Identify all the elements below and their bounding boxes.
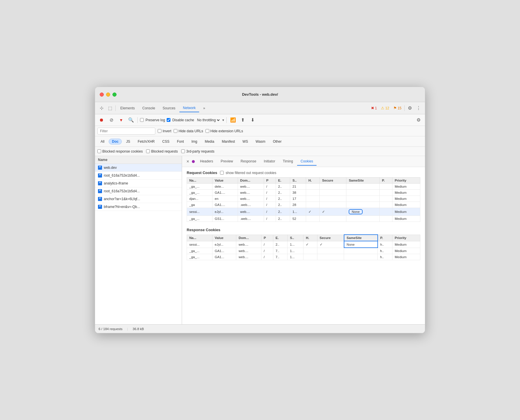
filter-fetch-xhr[interactable]: Fetch/XHR [134,139,158,144]
traffic-lights [100,93,117,97]
sidebar-item-anchor[interactable]: anchor?ar=1&k=6Lfqf... [95,195,182,203]
error-badge: ✖ 1 [369,105,379,111]
detail-panel: × Headers Preview Response Initiator Tim… [182,156,425,324]
table-row[interactable]: sessi... eJyl... web.... / 2.. 1... ✓ ✓ … [187,208,420,216]
filter-wasm[interactable]: Wasm [252,139,269,144]
sidebar-item-webdev[interactable]: web.dev [95,164,182,172]
tab-initiator[interactable]: Initiator [260,158,279,166]
rcol-samesite: SameSite [344,235,378,241]
tab-preview[interactable]: Preview [217,158,237,166]
svg-rect-3 [99,174,101,174]
blocked-requests-input[interactable] [146,149,150,153]
table-row[interactable]: _ga GA1.... .web.... / 2.. 28 Medium [187,202,420,208]
invert-input[interactable] [158,129,161,133]
device-toolbar-icon[interactable]: ⬚ [106,104,114,112]
throttle-select[interactable]: No throttling [196,118,221,122]
sidebar-item-analytics[interactable]: analytics-iframe [95,180,182,187]
third-party-requests-input[interactable] [181,149,185,153]
disable-cache-checkbox[interactable]: Disable cache [167,118,194,122]
table-row[interactable]: _ga_... GS1... .web.... / 2.. 52 Medium [187,216,420,222]
svg-rect-6 [99,182,101,182]
record-button[interactable]: ⏺ [97,116,106,124]
filter-ws[interactable]: WS [239,139,251,144]
hide-data-urls-checkbox[interactable]: Hide data URLs [174,129,203,133]
tab-network[interactable]: Network [179,104,199,112]
sidebar-item-label: root_616a752e1b5d4... [104,189,140,193]
element-picker-icon[interactable]: ⊹ [97,104,106,112]
col-name: Na... [187,178,212,184]
svg-rect-12 [99,198,101,198]
search-icon[interactable]: 🔍 [127,116,135,124]
settings-icon[interactable]: ⚙ [406,104,414,112]
rcol-part: P. [378,235,392,241]
blocked-requests-checkbox[interactable]: Blocked requests [146,149,178,153]
sidebar-item-bframe[interactable]: bframe?hl=en&v=-Qb... [95,203,182,211]
network-settings-icon[interactable]: ⚙ [414,116,423,124]
tab-more[interactable]: » [200,104,209,112]
tab-timing[interactable]: Timing [279,158,297,166]
window-title: DevTools - web.dev/ [242,92,278,97]
tab-response[interactable]: Response [237,158,260,166]
close-button[interactable] [100,93,104,97]
hide-data-urls-input[interactable] [174,129,177,133]
preserve-log-checkbox[interactable]: Preserve log [140,118,165,122]
third-party-requests-checkbox[interactable]: 3rd-party requests [181,149,214,153]
filter-other[interactable]: Other [270,139,285,144]
main-content: Name web.dev root_616a752e1b5d4... analy… [95,156,425,324]
download-icon[interactable]: ⬇ [249,116,257,124]
blocked-response-cookies-input[interactable] [97,149,101,153]
table-row[interactable]: sessi... eJyl... web.... / 2.. 1... ✓ ✓ … [187,241,420,248]
table-row[interactable]: _ga_... GA1... web.... / 7.. 1... h.. Me… [187,248,420,254]
throttle-arrow[interactable]: ▾ [222,118,224,122]
filter-icon[interactable]: ▼ [117,116,125,124]
rcol-priority: Priority [392,235,420,241]
filter-all[interactable]: All [97,139,108,144]
filter-font[interactable]: Font [174,139,187,144]
show-filtered-input[interactable] [220,171,224,175]
table-row[interactable]: _ga_... dele... web.... / 2.. 21 Medium [187,184,420,190]
rcol-secure: Secure [317,235,344,241]
col-samesite: SameSite [346,178,379,184]
table-row[interactable]: djan... en web.... / 2.. 17 Medium [187,196,420,202]
filter-js[interactable]: JS [123,139,133,144]
clear-button[interactable]: ⊘ [107,116,115,124]
tab-cookies[interactable]: Cookies [297,158,317,166]
rcol-domain: Dom... [236,235,261,241]
rcol-httponly: H. [303,235,317,241]
filter-img[interactable]: Img [188,139,200,144]
show-filtered-checkbox[interactable]: show filtered out request cookies [220,171,276,175]
request-cookies-title: Request Cookies show filtered out reques… [187,171,420,175]
filter-manifest[interactable]: Manifest [219,139,238,144]
wifi-icon[interactable]: 📶 [229,116,237,124]
filter-css[interactable]: CSS [159,139,173,144]
maximize-button[interactable] [112,93,117,97]
upload-icon[interactable]: ⬆ [239,116,247,124]
document-icon-4 [98,189,102,193]
filter-bar: Invert Hide data URLs Hide extension URL… [95,126,425,136]
filter-input[interactable] [97,128,155,135]
close-detail-button[interactable]: × [184,158,191,165]
tab-elements[interactable]: Elements [117,104,138,112]
info-icon: ⚑ [393,106,397,110]
svg-rect-8 [99,183,101,183]
hide-extension-urls-input[interactable] [206,129,209,133]
headers-dot [192,160,195,163]
rcol-path: P [261,235,273,241]
sidebar-item-root2[interactable]: root_616a752e1b5d4... [95,187,182,195]
minimize-button[interactable] [106,93,110,97]
preserve-log-input[interactable] [140,118,144,122]
col-path: P [264,178,276,184]
more-options-icon[interactable]: ⋮ [414,104,423,112]
tab-console[interactable]: Console [139,104,159,112]
filter-doc[interactable]: Doc [109,139,122,144]
hide-extension-urls-checkbox[interactable]: Hide extension URLs [206,129,243,133]
table-row[interactable]: _ga_... GA1... web.... / 7.. 1... h.. Me… [187,254,420,260]
disable-cache-input[interactable] [167,118,170,122]
blocked-response-cookies-checkbox[interactable]: Blocked response cookies [97,149,143,153]
tab-sources[interactable]: Sources [159,104,179,112]
sidebar-item-root1[interactable]: root_616a752e1b5d4... [95,172,182,180]
tab-headers[interactable]: Headers [197,158,217,166]
table-row[interactable]: _ga_... GA1.... web.... / 2.. 38 Medium [187,190,420,196]
filter-media[interactable]: Media [201,139,217,144]
invert-checkbox[interactable]: Invert [158,129,171,133]
